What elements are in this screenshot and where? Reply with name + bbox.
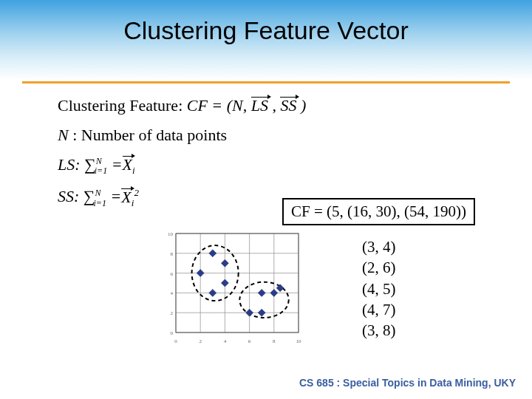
- def-ss-vec: SS: [280, 96, 296, 115]
- svg-text:10: 10: [296, 338, 302, 344]
- x-sub-2: i: [132, 197, 134, 208]
- sum-lower: i=1: [95, 166, 107, 176]
- svg-text:6: 6: [171, 271, 174, 277]
- x-var-2: X: [121, 188, 131, 207]
- eq: =: [112, 155, 123, 174]
- points-list: (3, 4) (2, 6) (4, 5) (4, 7) (3, 8): [362, 236, 396, 341]
- svg-text:8: 8: [273, 338, 276, 344]
- svg-text:4: 4: [171, 290, 174, 296]
- svg-text:4: 4: [224, 338, 227, 344]
- point-4: (3, 8): [362, 320, 396, 341]
- cf-example-box: CF = (5, (16, 30), (54, 190)): [282, 198, 475, 225]
- def-prefix: Clustering Feature:: [58, 96, 187, 115]
- def-close: ): [301, 96, 306, 115]
- ss-label: SS:: [58, 188, 83, 206]
- cf-definition: Clustering Feature: CF = (N, LS , SS ): [58, 96, 502, 115]
- n-definition: N : Number of data points: [58, 126, 502, 145]
- x-var: X: [123, 155, 132, 174]
- slide-title: Clustering Feature Vector: [0, 16, 532, 45]
- svg-text:6: 6: [248, 338, 251, 344]
- eq-2: =: [110, 188, 121, 206]
- svg-text:2: 2: [171, 310, 174, 316]
- sum-lower-2: i=1: [94, 198, 106, 208]
- footer-text: CS 685 : Special Topics in Data Mining, …: [299, 377, 516, 389]
- sum-upper: N: [96, 156, 102, 166]
- def-sep: ,: [272, 96, 280, 115]
- def-ls-vec: LS: [251, 96, 268, 115]
- n-var: N: [58, 126, 69, 144]
- svg-text:0: 0: [171, 330, 174, 336]
- svg-text:8: 8: [171, 251, 174, 257]
- x-sub: i: [132, 165, 135, 176]
- svg-text:10: 10: [168, 231, 174, 237]
- point-1: (2, 6): [362, 257, 396, 278]
- svg-text:0: 0: [174, 338, 177, 344]
- scatter-chart: 00224466881010: [155, 229, 303, 347]
- x-sup-2: 2: [134, 187, 139, 198]
- point-2: (4, 5): [362, 279, 396, 299]
- divider: [22, 81, 510, 83]
- svg-text:2: 2: [199, 338, 202, 344]
- sum-upper-2: N: [95, 188, 101, 198]
- def-cf: CF = (N,: [187, 96, 251, 115]
- ls-label: LS:: [58, 155, 84, 174]
- point-0: (3, 4): [362, 236, 396, 257]
- n-rest: : Number of data points: [72, 126, 227, 144]
- point-3: (4, 7): [362, 299, 396, 320]
- ls-definition: LS: ∑Ni=1 =Xi: [58, 155, 502, 177]
